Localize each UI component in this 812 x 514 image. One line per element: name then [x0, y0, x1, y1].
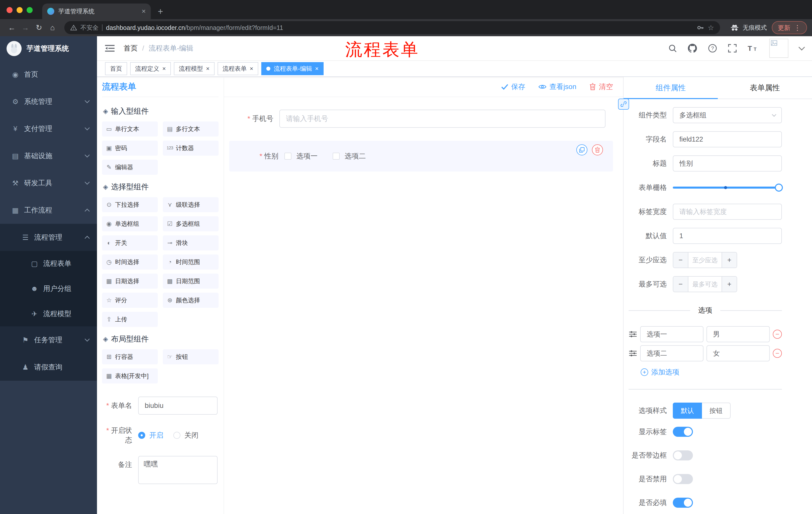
fullscreen-icon[interactable]: [728, 44, 736, 53]
disabled-switch[interactable]: [673, 474, 693, 484]
status-off-radio[interactable]: 关闭: [173, 431, 199, 440]
copy-widget-button[interactable]: [576, 144, 587, 155]
sidebar-item-system-management[interactable]: ⚙ 系统管理: [0, 88, 97, 115]
address-bar[interactable]: 不安全 dashboard.yudao.iocoder.cn/bpm/manag…: [64, 21, 720, 34]
max-select-value[interactable]: 最多可选: [688, 277, 722, 292]
sidebar-item-payment-management[interactable]: ¥ 支付管理: [0, 115, 97, 142]
palette-item-cascader[interactable]: ⋎级联选择: [163, 197, 219, 212]
browser-menu-icon[interactable]: ⋮: [794, 24, 801, 32]
security-label[interactable]: 不安全: [80, 24, 98, 32]
palette-item-editor[interactable]: ✎编辑器: [102, 160, 158, 175]
sidebar-item-process-form[interactable]: ▢ 流程表单: [0, 251, 97, 276]
slider-track[interactable]: [673, 187, 782, 189]
tag-process-definition[interactable]: 流程定义 ×: [130, 62, 171, 75]
font-size-icon[interactable]: TT: [748, 44, 758, 52]
palette-item-switch[interactable]: ◐开关: [102, 235, 158, 250]
add-option-button[interactable]: + 添加选项: [641, 368, 782, 377]
palette-item-button[interactable]: ☞按钮: [163, 349, 219, 364]
palette-item-time-range[interactable]: ◔时间范围: [163, 254, 219, 270]
tag-process-form[interactable]: 流程表单 ×: [218, 62, 258, 75]
link-button[interactable]: [618, 99, 629, 110]
sidebar-collapse-button[interactable]: [99, 44, 121, 53]
tag-close-icon[interactable]: ×: [315, 65, 319, 72]
help-icon[interactable]: ?: [708, 44, 717, 53]
save-button[interactable]: 保存: [501, 82, 525, 91]
required-switch[interactable]: [673, 498, 693, 508]
increase-button[interactable]: +: [722, 252, 736, 268]
drag-handle-icon[interactable]: [629, 331, 637, 338]
palette-item-rate[interactable]: ☆评分: [102, 293, 158, 308]
home-button[interactable]: ⌂: [46, 24, 59, 31]
sidebar-item-workflow[interactable]: ▦ 工作流程: [0, 197, 97, 224]
palette-item-password[interactable]: ▣密码: [102, 141, 158, 156]
increase-button[interactable]: +: [722, 277, 736, 292]
show-label-switch[interactable]: [673, 427, 693, 437]
status-on-radio[interactable]: 开启: [138, 431, 163, 440]
palette-item-row-container[interactable]: ⊞行容器: [102, 349, 158, 364]
remove-option-button[interactable]: −: [773, 349, 782, 358]
palette-item-radio-group[interactable]: ◉单选框组: [102, 216, 158, 231]
sidebar-item-dev-tools[interactable]: ⚒ 研发工具: [0, 169, 97, 197]
option-label-input[interactable]: [640, 345, 703, 361]
default-value-input[interactable]: [673, 228, 782, 244]
sidebar-item-user-group[interactable]: ☻ 用户分组: [0, 276, 97, 301]
tab-form-props[interactable]: 表单属性: [718, 77, 812, 99]
view-json-button[interactable]: 查看json: [539, 82, 576, 91]
avatar[interactable]: [769, 39, 788, 58]
tag-close-icon[interactable]: ×: [206, 65, 209, 72]
palette-item-date-range[interactable]: ▩日期范围: [163, 274, 219, 289]
tag-process-model[interactable]: 流程模型 ×: [174, 62, 214, 75]
tab-close-icon[interactable]: ×: [142, 8, 146, 15]
remove-option-button[interactable]: −: [773, 330, 782, 339]
palette-item-color-picker[interactable]: ⊛颜色选择: [163, 293, 219, 308]
palette-item-slider[interactable]: ⊸滑块: [163, 235, 219, 250]
sidebar-item-home[interactable]: ◉ 首页: [0, 61, 97, 88]
new-tab-button[interactable]: +: [158, 7, 163, 16]
form-name-input[interactable]: [138, 397, 218, 415]
style-button-button[interactable]: 按钮: [702, 403, 731, 419]
url-text[interactable]: dashboard.yudao.iocoder.cn/bpm/manager/f…: [106, 24, 693, 31]
browser-tab[interactable]: 芋道管理系统 ×: [42, 3, 151, 19]
window-close-button[interactable]: [6, 7, 12, 13]
delete-widget-button[interactable]: [592, 144, 603, 155]
forward-button[interactable]: →: [19, 24, 32, 31]
bookmark-star-icon[interactable]: ☆: [708, 24, 714, 32]
breadcrumb-home[interactable]: 首页: [124, 44, 138, 53]
password-key-icon[interactable]: [697, 24, 704, 31]
palette-item-checkbox-group[interactable]: ☑多选框组: [163, 216, 219, 231]
window-zoom-button[interactable]: [27, 7, 33, 13]
reload-button[interactable]: ↻: [32, 24, 46, 31]
palette-item-counter[interactable]: 123计数器: [163, 141, 219, 156]
title-input[interactable]: [673, 155, 782, 171]
sidebar-item-process-management[interactable]: ☰ 流程管理: [0, 224, 97, 251]
component-type-select[interactable]: 多选框组: [673, 107, 782, 123]
gender-checkbox-option2[interactable]: 选项二: [332, 152, 366, 161]
palette-item-table[interactable]: ▦表格[开发中]: [102, 369, 158, 383]
decrease-button[interactable]: −: [673, 252, 688, 268]
slider-knob[interactable]: [775, 184, 783, 192]
gender-field-widget-selected[interactable]: 性别 选项一 选项二: [229, 141, 613, 171]
tag-home[interactable]: 首页: [105, 62, 127, 75]
sidebar-item-process-model[interactable]: ✈ 流程模型: [0, 301, 97, 326]
avatar-dropdown-caret-icon[interactable]: [799, 44, 805, 50]
tag-close-icon[interactable]: ×: [250, 65, 253, 72]
drag-handle-icon[interactable]: [629, 350, 637, 357]
browser-update-button[interactable]: 更新 ⋮: [772, 21, 807, 34]
palette-item-single-text[interactable]: ▭单行文本: [102, 121, 158, 137]
label-width-input[interactable]: [673, 204, 782, 220]
window-minimize-button[interactable]: [17, 7, 23, 13]
tag-close-icon[interactable]: ×: [162, 65, 166, 72]
palette-item-textarea[interactable]: ▤多行文本: [163, 121, 219, 137]
palette-item-select[interactable]: ⊙下拉选择: [102, 197, 158, 212]
phone-input[interactable]: [279, 110, 606, 128]
back-button[interactable]: ←: [5, 24, 19, 31]
option-value-input[interactable]: [706, 326, 770, 342]
option-value-input[interactable]: [706, 345, 770, 361]
style-default-button[interactable]: 默认: [673, 403, 702, 419]
tab-component-props[interactable]: 组件属性: [624, 77, 718, 99]
phone-field-widget[interactable]: 手机号: [229, 110, 613, 128]
tag-process-form-edit[interactable]: 流程表单-编辑 ×: [261, 62, 324, 75]
option-label-input[interactable]: [640, 326, 703, 342]
github-icon[interactable]: [688, 44, 697, 53]
border-switch[interactable]: [673, 450, 693, 460]
